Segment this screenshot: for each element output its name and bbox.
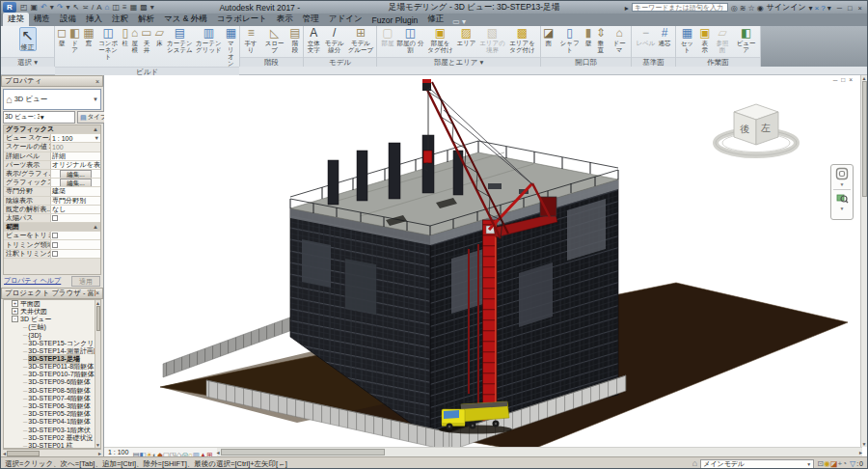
property-value[interactable]: 編集... bbox=[50, 170, 100, 178]
scroll-left-icon[interactable]: ◂ bbox=[3, 450, 6, 456]
curtain-system-button[interactable]: ▤カーテン システム bbox=[166, 27, 194, 53]
property-value[interactable]: 100 bbox=[50, 143, 100, 151]
tab-massing-site[interactable]: マス & 外構 bbox=[159, 13, 212, 26]
property-value[interactable]: 詳細 bbox=[50, 152, 100, 160]
railing-button[interactable]: ≡手すり bbox=[241, 27, 260, 53]
workplane-set-button[interactable]: ▦セット bbox=[677, 27, 697, 53]
area-button[interactable]: ▨エリア bbox=[456, 27, 477, 46]
component-button[interactable]: ◫コンポーネント bbox=[96, 27, 121, 60]
sun-path-icon[interactable]: ☀ bbox=[147, 452, 153, 457]
search-input[interactable] bbox=[632, 3, 728, 12]
show-crop-icon[interactable]: ◳ bbox=[170, 452, 176, 457]
save-icon[interactable]: ▣ bbox=[30, 4, 40, 12]
open-icon[interactable]: ◰ bbox=[19, 4, 29, 12]
section-collapse-icon[interactable]: ▲ bbox=[93, 224, 100, 230]
property-value[interactable] bbox=[50, 250, 100, 258]
panel-select-label[interactable]: 選択 ▾ bbox=[1, 57, 54, 67]
tab-modify[interactable]: 修正 bbox=[422, 13, 448, 26]
text-icon[interactable]: A bbox=[95, 4, 102, 12]
property-value[interactable]: 1 : 100▼ bbox=[50, 134, 100, 142]
drawing-area[interactable]: ─□× 後 左 ▼ bbox=[104, 75, 867, 456]
view-close-button[interactable]: × bbox=[848, 77, 854, 84]
signin-label[interactable]: サインイン bbox=[767, 2, 806, 13]
view-minimize-button[interactable]: ─ bbox=[832, 77, 839, 84]
shaft-opening-button[interactable]: ▯シャフト bbox=[556, 27, 583, 53]
thin-lines-icon[interactable]: ≡ bbox=[122, 4, 128, 12]
measure-icon[interactable]: ≍ bbox=[81, 4, 90, 12]
curtain-grid-button[interactable]: ▥カーテン グリッド bbox=[195, 27, 223, 53]
tab-structure[interactable]: 構造 bbox=[29, 13, 55, 26]
edit-button[interactable]: 編集... bbox=[60, 179, 91, 186]
wall-button[interactable]: ◻壁 bbox=[56, 27, 68, 46]
viewcube[interactable]: 後 左 bbox=[711, 89, 801, 166]
scroll-right-icon[interactable]: ▸ bbox=[98, 450, 101, 456]
undo-icon[interactable]: ↶ bbox=[40, 4, 48, 12]
area-boundary-button[interactable]: ▧エリアの 境界 bbox=[477, 27, 506, 53]
ribbon-display-dropdown-icon[interactable]: ▾ bbox=[461, 18, 467, 26]
model-text-button[interactable]: A立体 文字 bbox=[305, 27, 322, 53]
redo-icon[interactable]: ↷ bbox=[56, 4, 65, 12]
line-icon[interactable]: / bbox=[91, 4, 95, 12]
wheel-dropdown-icon[interactable]: ▼ bbox=[840, 181, 845, 187]
panel-room-area-label[interactable]: 部屋とエリア ▾ bbox=[377, 57, 540, 67]
ramp-button[interactable]: ◺スロープ bbox=[261, 27, 287, 53]
property-checkbox[interactable] bbox=[52, 215, 58, 221]
tab-fuzor-plugin[interactable]: Fuzor Plugin bbox=[367, 14, 423, 26]
browser-horizontal-scrollbar[interactable]: ◂ ▸ bbox=[3, 449, 101, 456]
detail-level-icon[interactable]: ▤ bbox=[132, 452, 139, 457]
property-checkbox[interactable] bbox=[52, 242, 58, 248]
close-hidden-windows-icon[interactable]: ▦ bbox=[129, 4, 139, 12]
scroll-thumb[interactable] bbox=[7, 451, 40, 456]
displace-elements-icon[interactable]: ▲ bbox=[200, 452, 206, 457]
type-selector-dropdown-icon[interactable]: ▼ bbox=[93, 97, 98, 102]
tag-area-button[interactable]: ▩エリアを タグ付け bbox=[507, 27, 536, 53]
scroll-thumb[interactable] bbox=[862, 81, 867, 197]
roof-button[interactable]: ⌂屋根 bbox=[130, 27, 139, 53]
project-browser-close-icon[interactable]: × bbox=[95, 290, 99, 296]
view-scale-button[interactable]: 1 : 100 bbox=[108, 449, 128, 455]
vertical-opening-button[interactable]: ⇕垂直 bbox=[593, 27, 608, 53]
door-button[interactable]: ◧ドア bbox=[68, 27, 81, 53]
zoom-dropdown-icon[interactable]: ▼ bbox=[840, 206, 845, 211]
scroll-down-icon[interactable]: ▼ bbox=[95, 442, 100, 448]
edit-button[interactable]: 編集... bbox=[60, 170, 91, 178]
canvas-vertical-scrollbar[interactable]: ▲ ▼ bbox=[860, 75, 867, 447]
default-3d-view-icon[interactable]: ⌂ bbox=[104, 4, 111, 12]
tab-architecture[interactable]: 建築 bbox=[3, 13, 29, 26]
wall-opening-button[interactable]: ▮壁 bbox=[584, 27, 593, 46]
workplane-viewer-button[interactable]: ◧ビューア bbox=[733, 27, 759, 53]
background-processes-icon[interactable]: ◔ bbox=[842, 460, 847, 468]
design-options-dropdown-icon[interactable]: ▼ bbox=[806, 461, 811, 467]
exchange-apps-icon[interactable]: × bbox=[814, 5, 821, 13]
property-value[interactable] bbox=[50, 232, 100, 239]
undo-dropdown-icon[interactable]: ▾ bbox=[49, 4, 55, 12]
filter-icon[interactable]: ▽ bbox=[850, 460, 855, 468]
model-line-button[interactable]: /モデル 線分 bbox=[323, 27, 345, 53]
browser-item[interactable]: ─3D-STEP01 杭 bbox=[4, 442, 100, 449]
search-icon[interactable]: ◎ bbox=[730, 5, 739, 13]
select-pinned-icon[interactable]: ◉ bbox=[824, 460, 830, 468]
column-button[interactable]: ▯柱 bbox=[121, 27, 129, 46]
canvas-horizontal-scrollbar[interactable]: ◂ ▸ bbox=[217, 448, 862, 456]
subscription-icon[interactable]: ≋ bbox=[739, 5, 747, 13]
room-button[interactable]: ▢部屋 bbox=[381, 27, 395, 46]
expand-toggle-icon[interactable]: + bbox=[12, 300, 18, 307]
scroll-thumb[interactable] bbox=[96, 306, 100, 331]
ribbon-display-toggle-icon[interactable]: ▭ bbox=[451, 18, 461, 26]
tag-room-button[interactable]: ▣部屋を タグ付け bbox=[426, 27, 455, 53]
element-filter-dropdown-icon[interactable]: ▼ bbox=[40, 114, 74, 121]
zoom-icon[interactable] bbox=[836, 192, 849, 205]
signin-avatar-icon[interactable]: ◉ bbox=[756, 5, 765, 13]
type-selector[interactable]: ⌂ 3D ビュー ▼ bbox=[3, 89, 101, 110]
browser-item[interactable]: ─(三軸) bbox=[4, 323, 100, 331]
expand-toggle-icon[interactable]: + bbox=[12, 308, 18, 315]
properties-palette-header[interactable]: プロパティ × bbox=[1, 75, 103, 87]
scroll-left-icon[interactable]: ◂ bbox=[217, 449, 220, 455]
property-value[interactable]: なし bbox=[50, 206, 100, 213]
room-separator-button[interactable]: ◫部屋の 分割 bbox=[396, 27, 425, 53]
crop-view-icon[interactable]: ▢ bbox=[163, 452, 170, 457]
opening-by-face-button[interactable]: ◪面 bbox=[542, 27, 555, 46]
workplane-show-button[interactable]: ▣表示 bbox=[698, 27, 712, 53]
restore-button[interactable]: □ bbox=[845, 5, 855, 13]
dormer-opening-button[interactable]: ⌂ドーマ bbox=[609, 27, 630, 53]
